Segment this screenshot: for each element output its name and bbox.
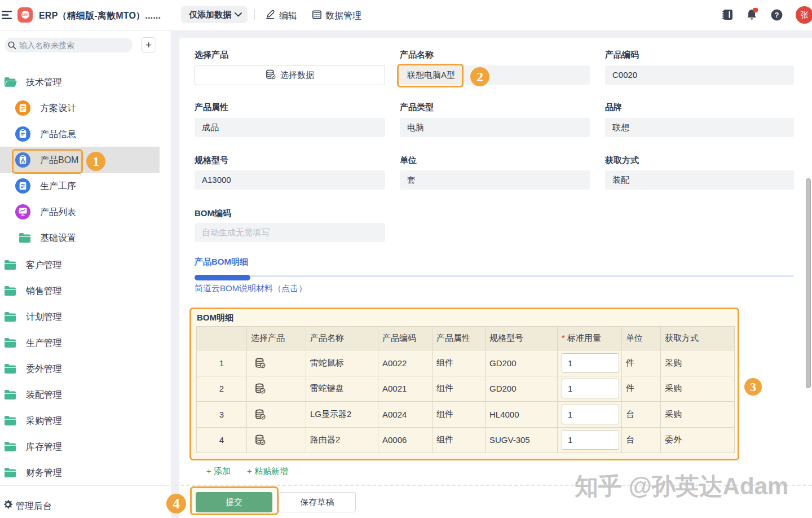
svg-text:?: ? — [775, 11, 779, 19]
